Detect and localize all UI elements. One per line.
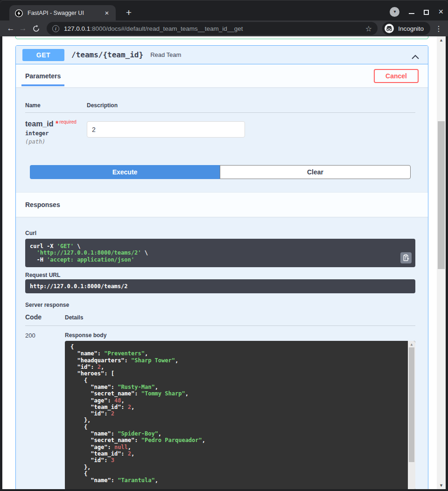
tab-parameters[interactable]: Parameters (25, 64, 61, 87)
required-label: required (59, 119, 77, 124)
responses-body: Curl curl -X 'GET' \ 'http://127.0.0.1:8… (16, 217, 428, 489)
url-path: :8000/docs#/default/read_team_teams__tea… (90, 25, 243, 32)
request-url-label: Request URL (25, 272, 415, 278)
browser-menu-icon[interactable]: ⋮ (434, 24, 443, 33)
column-header-description: Description (87, 102, 415, 109)
incognito-icon (385, 24, 394, 33)
parameters-body: Name Description team_id *required integ… (16, 87, 428, 193)
responses-header: Responses (16, 193, 428, 217)
parameter-name: team_id (25, 120, 53, 128)
parameters-header: Parameters Cancel (16, 64, 428, 87)
previous-opblock-partial (15, 36, 428, 39)
address-bar[interactable]: i 127.0.0.1:8000/docs#/default/read_team… (47, 22, 378, 35)
operation-path: /teams/{team_id} (71, 50, 143, 59)
responses-title: Responses (25, 201, 60, 208)
request-url-text: http://127.0.0.1:8000/teams/2 (30, 283, 411, 290)
parameter-type: integer (25, 130, 87, 137)
operation-summary: Read Team (150, 51, 412, 58)
fastapi-favicon-icon (15, 9, 23, 17)
server-response-row: 200 Response body { "name": "Preventers"… (25, 332, 415, 489)
collapse-chevron-icon[interactable] (412, 53, 419, 57)
table-divider (25, 325, 415, 326)
reload-button[interactable] (30, 25, 42, 33)
page-content: GET /teams/{team_id} Read Team Parameter… (2, 36, 446, 489)
scrollbar-thumb[interactable] (409, 347, 414, 462)
browser-tab[interactable]: FastAPI - Swagger UI × (9, 5, 116, 21)
code-column-header: Code (25, 313, 65, 321)
parameter-location: (path) (25, 138, 87, 145)
team-id-input[interactable] (87, 121, 245, 138)
required-asterisk: * (56, 120, 58, 128)
url-text[interactable]: 127.0.0.1:8000/docs#/default/read_team_t… (64, 25, 362, 32)
curl-command-text: curl -X 'GET' \ 'http://127.0.0.1:8000/t… (30, 243, 397, 263)
tab-title: FastAPI - Swagger UI (28, 10, 103, 16)
method-badge: GET (22, 49, 64, 61)
forward-button[interactable]: → (17, 24, 29, 33)
page-scrollbar[interactable]: ▲ ▼ (437, 36, 446, 489)
response-body-label: Response body (65, 332, 415, 339)
response-body-block: { "name": "Preventers", "headquarters": … (65, 341, 415, 489)
scrollbar-thumb[interactable] (438, 121, 445, 269)
scroll-up-icon[interactable]: ▲ (408, 342, 415, 347)
browser-titlebar: FastAPI - Swagger UI × + ▾ × (0, 0, 448, 21)
url-host: 127.0.0.1 (64, 25, 90, 32)
execute-wrapper: Execute Clear (30, 165, 411, 179)
parameter-row-team-id: team_id *required integer (path) (25, 119, 415, 145)
window-menu-caret-icon[interactable]: ▾ (390, 7, 399, 17)
execute-button[interactable]: Execute (30, 165, 220, 179)
window-maximize-button[interactable] (424, 10, 429, 15)
bookmark-star-icon[interactable]: ☆ (365, 24, 372, 33)
status-code: 200 (25, 332, 65, 489)
site-info-icon[interactable]: i (52, 25, 59, 32)
request-url-block: http://127.0.0.1:8000/teams/2 (25, 279, 415, 293)
scroll-up-icon[interactable]: ▲ (437, 36, 446, 44)
response-body-json: { "name": "Preventers", "headquarters": … (70, 344, 403, 484)
browser-toolbar: ← → i 127.0.0.1:8000/docs#/default/read_… (0, 21, 448, 36)
window-minimize-button[interactable] (409, 9, 414, 15)
response-body-scrollbar[interactable]: ▲ (408, 341, 415, 489)
scroll-down-icon[interactable]: ▼ (437, 482, 446, 489)
details-column-header: Details (65, 314, 415, 321)
opblock-get-read-team: GET /teams/{team_id} Read Team Parameter… (15, 45, 428, 489)
tab-close-icon[interactable]: × (103, 9, 111, 17)
column-header-name: Name (25, 102, 87, 109)
curl-label: Curl (25, 230, 415, 236)
cancel-button[interactable]: Cancel (374, 69, 419, 83)
parameter-meta: team_id *required integer (path) (25, 119, 87, 145)
incognito-badge: Incognito (382, 22, 430, 35)
server-response-label: Server response (25, 302, 415, 308)
window-close-button[interactable]: × (438, 8, 443, 15)
table-divider (25, 112, 415, 113)
copy-to-clipboard-button[interactable] (400, 252, 412, 263)
response-details-cell: Response body { "name": "Preventers", "h… (65, 332, 415, 489)
parameter-value-cell (87, 119, 415, 145)
incognito-label: Incognito (398, 25, 424, 32)
back-button[interactable]: ← (5, 24, 17, 33)
curl-command-block: curl -X 'GET' \ 'http://127.0.0.1:8000/t… (25, 239, 415, 267)
opblock-summary[interactable]: GET /teams/{team_id} Read Team (16, 46, 428, 64)
clear-button[interactable]: Clear (220, 165, 411, 179)
new-tab-button[interactable]: + (122, 7, 135, 20)
